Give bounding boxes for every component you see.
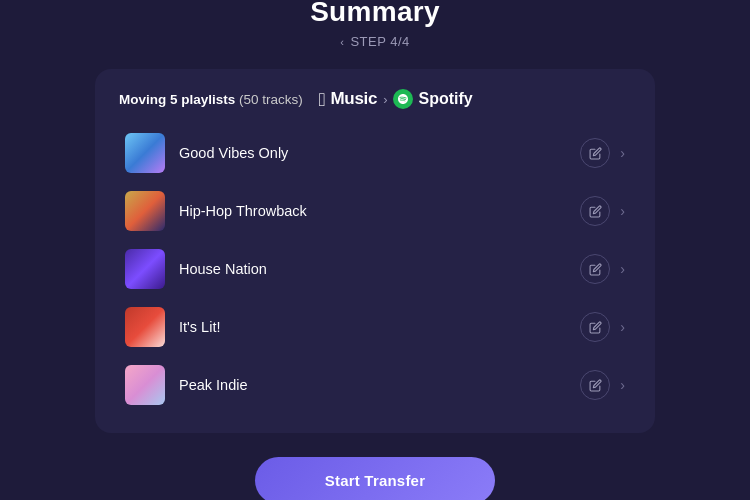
playlist-thumbnail [125,191,165,231]
page-title: Summary [310,0,440,28]
playlist-thumbnail [125,365,165,405]
step-indicator: ‹ STEP 4/4 [310,34,440,49]
spotify-icon [393,89,413,109]
chevron-right-icon: › [620,319,625,335]
summary-card: Moving 5 playlists (50 tracks)  Music ›… [95,69,655,433]
playlist-item[interactable]: House Nation › [119,241,631,297]
service-icons:  Music › Spotify [319,89,473,109]
playlist-name: Peak Indie [179,377,580,393]
edit-button[interactable] [580,254,610,284]
playlist-actions: › [580,370,625,400]
playlist-actions: › [580,312,625,342]
spotify-text: Spotify [418,90,472,108]
step-text: STEP 4/4 [350,34,409,49]
playlist-thumbnail [125,249,165,289]
playlist-item[interactable]: It's Lit! › [119,299,631,355]
chevron-right-icon: › [620,377,625,393]
playlist-actions: › [580,138,625,168]
playlist-name: Good Vibes Only [179,145,580,161]
edit-button[interactable] [580,312,610,342]
spotify-logo: Spotify [393,89,472,109]
playlist-item[interactable]: Good Vibes Only › [119,125,631,181]
playlist-item[interactable]: Hip-Hop Throwback › [119,183,631,239]
page-header: Summary ‹ STEP 4/4 [310,0,440,49]
card-header: Moving 5 playlists (50 tracks)  Music ›… [119,89,631,109]
apple-icon:  [319,90,326,109]
playlist-name: Hip-Hop Throwback [179,203,580,219]
playlist-thumbnail [125,133,165,173]
playlist-actions: › [580,254,625,284]
service-arrow: › [383,92,387,107]
playlist-name: It's Lit! [179,319,580,335]
chevron-right-icon: › [620,261,625,277]
playlist-name: House Nation [179,261,580,277]
playlist-list: Good Vibes Only › Hip-Hop Throwback [119,125,631,413]
playlist-actions: › [580,196,625,226]
moving-label: Moving 5 playlists [119,92,235,107]
start-transfer-button[interactable]: Start Transfer [255,457,495,500]
step-back-chevron: ‹ [340,36,344,48]
playlist-thumbnail [125,307,165,347]
moving-text: Moving 5 playlists (50 tracks) [119,92,303,107]
chevron-right-icon: › [620,145,625,161]
edit-button[interactable] [580,370,610,400]
edit-button[interactable] [580,138,610,168]
edit-button[interactable] [580,196,610,226]
apple-music-logo:  Music [319,89,377,109]
playlist-item[interactable]: Peak Indie › [119,357,631,413]
chevron-right-icon: › [620,203,625,219]
apple-music-text: Music [330,89,377,109]
track-count: (50 tracks) [239,92,303,107]
